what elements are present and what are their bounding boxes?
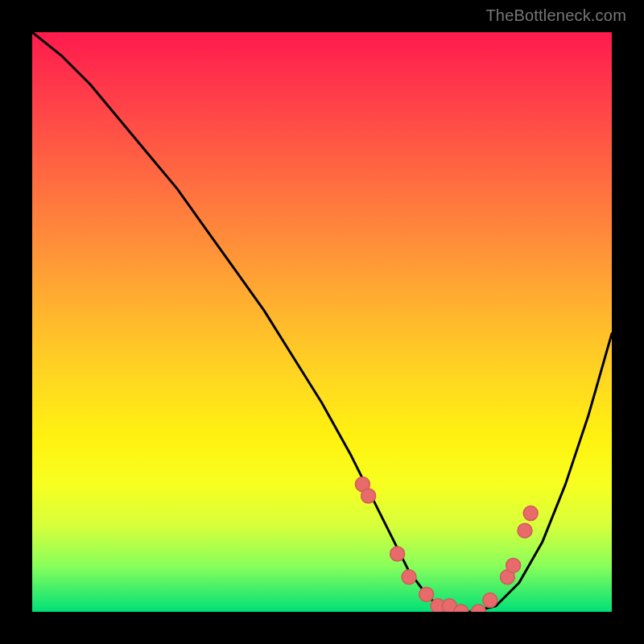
marker-dot — [471, 605, 485, 612]
marker-dot — [483, 593, 497, 608]
marker-dot — [361, 489, 376, 503]
marker-dot — [506, 558, 521, 572]
marker-dot — [419, 587, 434, 601]
chart-svg — [32, 32, 612, 612]
marker-dot — [390, 547, 405, 561]
marker-dot — [402, 570, 416, 584]
marker-dot — [523, 506, 538, 521]
plot-area — [32, 32, 612, 612]
watermark-label: TheBottleneck.com — [485, 6, 626, 25]
marker-dot — [518, 523, 532, 538]
chart-frame: TheBottleneck.com — [0, 0, 644, 644]
